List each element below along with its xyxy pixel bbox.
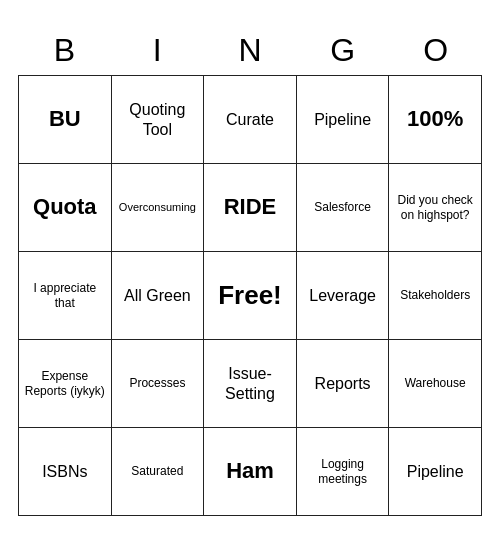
cell-r1-c2: RIDE — [204, 164, 297, 252]
cell-r4-c1: Saturated — [112, 428, 205, 516]
cell-r3-c1: Processes — [112, 340, 205, 428]
header-letter-G: G — [296, 28, 389, 73]
cell-r4-c3: Logging meetings — [297, 428, 390, 516]
cell-r4-c4: Pipeline — [389, 428, 482, 516]
cell-r4-c0: ISBNs — [19, 428, 112, 516]
cell-r4-c2: Ham — [204, 428, 297, 516]
cell-r0-c3: Pipeline — [297, 76, 390, 164]
cell-r3-c0: Expense Reports (iykyk) — [19, 340, 112, 428]
bingo-header: BINGO — [18, 28, 482, 73]
cell-r2-c0: I appreciate that — [19, 252, 112, 340]
cell-r2-c3: Leverage — [297, 252, 390, 340]
cell-r0-c4: 100% — [389, 76, 482, 164]
header-letter-I: I — [111, 28, 204, 73]
cell-r1-c4: Did you check on highspot? — [389, 164, 482, 252]
header-letter-N: N — [204, 28, 297, 73]
cell-r2-c2: Free! — [204, 252, 297, 340]
header-letter-O: O — [389, 28, 482, 73]
bingo-card: BINGO BUQuoting ToolCuratePipeline100%Qu… — [10, 20, 490, 524]
header-letter-B: B — [18, 28, 111, 73]
cell-r0-c2: Curate — [204, 76, 297, 164]
cell-r1-c1: Overconsuming — [112, 164, 205, 252]
cell-r0-c0: BU — [19, 76, 112, 164]
cell-r2-c4: Stakeholders — [389, 252, 482, 340]
cell-r3-c4: Warehouse — [389, 340, 482, 428]
cell-r3-c3: Reports — [297, 340, 390, 428]
cell-r2-c1: All Green — [112, 252, 205, 340]
cell-r1-c0: Quota — [19, 164, 112, 252]
bingo-grid: BUQuoting ToolCuratePipeline100%QuotaOve… — [18, 75, 482, 516]
cell-r0-c1: Quoting Tool — [112, 76, 205, 164]
cell-r3-c2: Issue-Setting — [204, 340, 297, 428]
cell-r1-c3: Salesforce — [297, 164, 390, 252]
